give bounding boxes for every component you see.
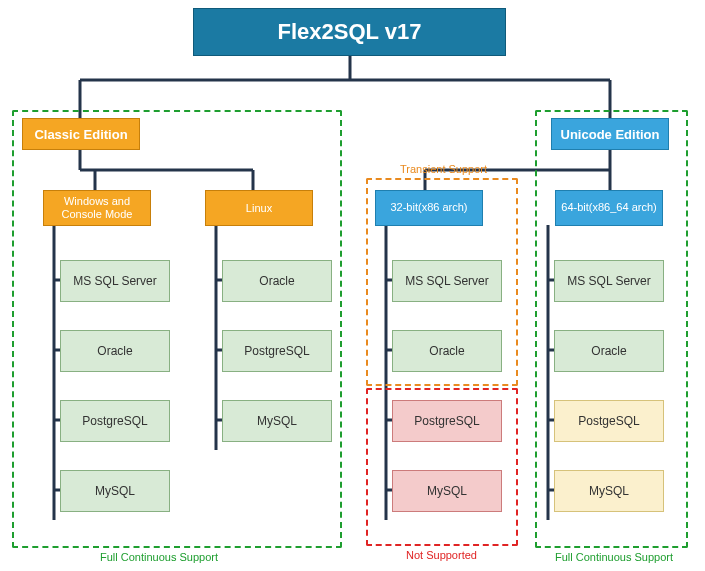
db-node: MS SQL Server <box>60 260 170 302</box>
unicode-edition-node: Unicode Edition <box>551 118 669 150</box>
db-node: MS SQL Server <box>554 260 664 302</box>
x64-line2: (x86_64 arch) <box>589 201 657 214</box>
x86-line2: (x86 arch) <box>418 201 468 214</box>
x86-line1: 32-bit <box>390 201 418 214</box>
db-node: PostgreSQL <box>60 400 170 442</box>
db-node: PostgeSQL <box>554 400 664 442</box>
db-node: PostgreSQL <box>222 330 332 372</box>
x86-node: 32-bit (x86 arch) <box>375 190 483 226</box>
linux-node: Linux <box>205 190 313 226</box>
zone-full-left-label: Full Continuous Support <box>100 551 218 563</box>
db-node: Oracle <box>392 330 502 372</box>
zone-full-right-label: Full Continuous Support <box>555 551 673 563</box>
db-node: MySQL <box>554 470 664 512</box>
x64-line1: 64-bit <box>561 201 589 214</box>
windows-node: Windows and Console Mode <box>43 190 151 226</box>
db-node-unsupported: MySQL <box>392 470 502 512</box>
db-node: Oracle <box>554 330 664 372</box>
db-node: MySQL <box>60 470 170 512</box>
db-node-unsupported: PostgreSQL <box>392 400 502 442</box>
root-node: Flex2SQL v17 <box>193 8 506 56</box>
zone-transient-label: Transient Support <box>400 163 487 175</box>
db-node: MySQL <box>222 400 332 442</box>
classic-edition-node: Classic Edition <box>22 118 140 150</box>
db-node: MS SQL Server <box>392 260 502 302</box>
db-node: Oracle <box>60 330 170 372</box>
x64-node: 64-bit (x86_64 arch) <box>555 190 663 226</box>
zone-not-supported-label: Not Supported <box>406 549 477 561</box>
db-node: Oracle <box>222 260 332 302</box>
